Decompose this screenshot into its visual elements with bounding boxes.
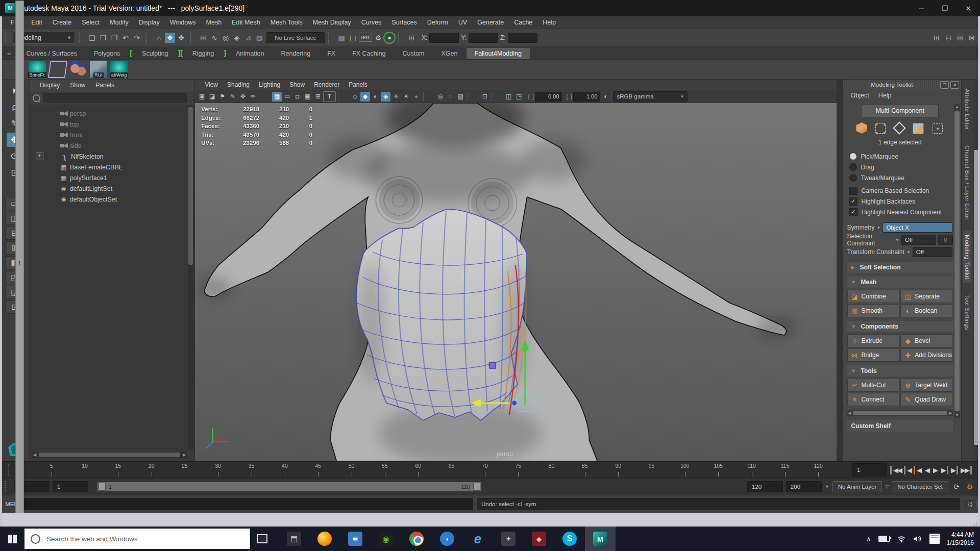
outliner-horizontal-scrollbar[interactable]: ◀ ▶ xyxy=(32,452,187,458)
render-globals-icon[interactable]: ● xyxy=(384,33,395,43)
film-gate-icon[interactable]: ▭ xyxy=(282,92,292,102)
taskbar-app-nvidia[interactable]: ◉ xyxy=(371,527,401,551)
mel-command-input[interactable] xyxy=(23,498,473,510)
outliner-item[interactable]: ▦ polySurface1 xyxy=(30,172,194,183)
toolkit-button[interactable]: ◐ Boolean xyxy=(900,304,953,317)
menu-item[interactable]: Edit Mesh xyxy=(227,17,265,28)
separator-grip[interactable] xyxy=(1,464,9,476)
xray-icon[interactable]: ◎ xyxy=(435,92,445,102)
radio-option[interactable]: Drag xyxy=(847,162,953,172)
snap-projected-center-icon[interactable]: ◈ xyxy=(232,33,242,43)
outliner-vertical-scrollbar[interactable] xyxy=(188,106,193,449)
scroll-down-icon[interactable]: ▼ xyxy=(954,412,960,418)
soft-selection-section[interactable]: ▶ Soft Selection xyxy=(847,262,953,273)
object-mode-icon[interactable]: ❖ xyxy=(165,33,175,43)
exposure-field[interactable]: 0.00 xyxy=(535,92,562,102)
open-scene-icon[interactable]: ❐ xyxy=(98,33,108,43)
menu-item[interactable]: Mesh Display xyxy=(308,17,356,28)
previous-key-button[interactable]: ◀ xyxy=(904,466,913,474)
expand-toggle[interactable] xyxy=(36,142,42,149)
manipulator-center[interactable] xyxy=(512,400,517,406)
toolkit-button[interactable]: ◆ Bevel xyxy=(900,334,953,347)
shelf-tab[interactable]: FX Caching xyxy=(344,48,394,59)
render-settings-icon[interactable]: ⚙ xyxy=(373,33,383,43)
toolkit-button[interactable]: ≡ Connect xyxy=(847,393,900,406)
exposure-icon[interactable]: ❲❳ xyxy=(526,93,534,100)
camera-attributes-icon[interactable]: ✎ xyxy=(228,92,237,102)
shelf-tab[interactable]: XGen xyxy=(433,48,466,59)
safe-title-icon[interactable]: T xyxy=(323,91,336,102)
separator-grip[interactable] xyxy=(398,32,403,43)
y-input[interactable] xyxy=(469,33,498,43)
panel-divider[interactable] xyxy=(837,80,843,461)
restore-button[interactable]: ❐ xyxy=(933,0,957,16)
vertex-mode-icon[interactable] xyxy=(875,123,886,134)
playback-end-field[interactable]: 120 xyxy=(747,481,783,492)
step-forward-button[interactable]: ▶ xyxy=(940,466,948,474)
outliner-item[interactable]: ◉ defaultLightSet xyxy=(30,183,194,194)
outliner-item[interactable]: front xyxy=(30,130,194,140)
notification-center-icon[interactable] xyxy=(929,534,940,544)
current-frame-field[interactable]: 1 xyxy=(852,463,887,477)
play-forwards-button[interactable]: ▶ xyxy=(932,466,939,474)
pan-zoom-icon[interactable]: ✥ xyxy=(238,92,248,102)
smooth-shade-icon[interactable]: ◆ xyxy=(360,92,370,102)
redo-icon[interactable]: ↷ xyxy=(132,33,142,43)
shelf-tab[interactable]: ][ xyxy=(177,47,183,59)
scroll-up-icon[interactable]: ▲ xyxy=(954,104,960,110)
camera-bookmark-icon[interactable]: ⚑ xyxy=(217,92,227,102)
menu-item[interactable]: Surfaces xyxy=(387,17,421,28)
menu-item[interactable]: Cache xyxy=(509,17,537,28)
taskbar-app-notes[interactable]: ▤ xyxy=(279,527,309,551)
shelf-tab[interactable]: Fallout4Modding xyxy=(467,48,530,59)
start-button[interactable] xyxy=(0,527,24,551)
taskbar-app-9[interactable]: ◆ xyxy=(524,527,554,551)
color-management-icon[interactable]: ◐ xyxy=(601,92,610,102)
gamma-field[interactable]: 1.00 xyxy=(573,92,600,102)
separator-grip[interactable] xyxy=(79,32,83,43)
radio-dot[interactable] xyxy=(849,163,857,171)
expand-toggle[interactable] xyxy=(36,110,42,117)
menu-item[interactable]: Lighting xyxy=(254,80,285,89)
toolkit-button[interactable]: ◪ Combine xyxy=(847,290,900,303)
outliner-item[interactable]: side xyxy=(30,140,194,151)
show-channel-box-icon[interactable]: ⊞ xyxy=(955,33,965,43)
checkbox-box[interactable] xyxy=(849,187,857,195)
menu-item[interactable]: UV xyxy=(454,17,472,28)
gamma-icon[interactable]: ❲❳ xyxy=(565,93,573,100)
use-all-lights-icon[interactable]: ✳ xyxy=(391,92,401,102)
expand-toggle[interactable] xyxy=(36,132,42,138)
side-panel-tab[interactable]: Tool Settings xyxy=(963,290,971,334)
float-panel-icon[interactable]: ❐ xyxy=(940,81,949,89)
fog-icon[interactable]: ▧ xyxy=(456,92,465,102)
view-arrangement-icon[interactable]: ◳ xyxy=(514,92,524,102)
grease-pencil-icon[interactable]: ✏ xyxy=(248,92,258,102)
mesh-section-header[interactable]: ▼ Mesh xyxy=(847,277,953,288)
viewport-canvas[interactable]: persp Verts: 22918 210 0 Edges: 66272 42… xyxy=(195,103,836,461)
toolkit-vertical-scrollbar[interactable]: ▲ ▼ xyxy=(954,104,960,418)
toolkit-button[interactable]: ⋈ Bridge xyxy=(847,348,900,362)
outliner-filter-input[interactable] xyxy=(43,93,187,103)
menu-item[interactable]: Edit xyxy=(27,17,47,28)
title-bar[interactable]: M Autodesk Maya 2016 - Trial Version: un… xyxy=(0,0,980,16)
toolkit-button[interactable]: ✂ Multi-Cut xyxy=(847,379,900,392)
current-frame-marker[interactable]: 1 xyxy=(15,1,24,526)
scrollbar-thumb[interactable] xyxy=(39,453,180,457)
view-transform-dropdown[interactable]: sRGB gamma ▼ xyxy=(613,91,688,102)
transform-constraint-row[interactable]: Transform Constraint▼ Off xyxy=(847,246,953,258)
menu-item[interactable]: Show xyxy=(65,81,90,90)
vertex-handle[interactable] xyxy=(489,362,496,368)
menu-item[interactable]: Select xyxy=(77,17,104,28)
selection-constraint-row[interactable]: Selection Constraint▼ Off 0 xyxy=(847,234,953,246)
side-panel-tab[interactable]: Modeling Toolkit xyxy=(963,231,971,283)
shelf-tab[interactable]: Custom xyxy=(394,48,432,59)
live-surface-field[interactable]: No Live Surface xyxy=(266,32,325,43)
scroll-right-icon[interactable]: ▶ xyxy=(948,411,953,415)
menu-item[interactable]: Object xyxy=(846,90,874,101)
render-frame-icon[interactable]: ▤ xyxy=(348,33,358,43)
lock-camera-icon[interactable]: ◪ xyxy=(207,92,217,102)
script-editor-icon[interactable]: {;} xyxy=(964,498,977,510)
taskbar-app-skype[interactable]: S xyxy=(554,527,585,551)
components-section-header[interactable]: ▼ Components xyxy=(847,321,953,332)
checkbox-option[interactable]: Camera Based Selection xyxy=(847,185,953,196)
